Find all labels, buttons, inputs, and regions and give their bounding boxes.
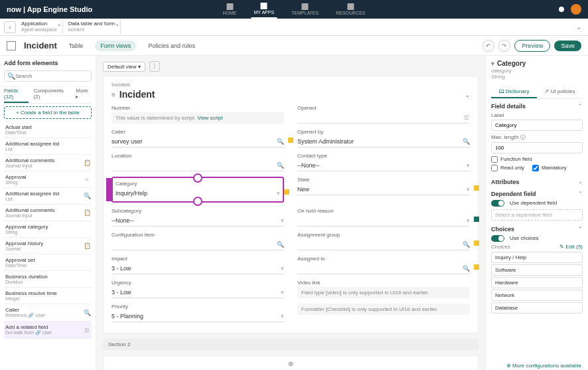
more-config-link[interactable]: ⊕ More configurations available [506, 363, 581, 369]
tab-fields[interactable]: Fields (12) [4, 86, 29, 103]
maxlength-input[interactable] [491, 142, 583, 153]
choice-item[interactable]: Software [491, 264, 583, 276]
field-item[interactable]: Approval categoryString [4, 221, 92, 238]
search-icon: 🔍 [463, 265, 470, 272]
collapse-icon[interactable]: ⌃ [578, 191, 583, 197]
field-item[interactable]: Business resolve timeInteger [4, 288, 92, 304]
field-item[interactable]: Additional commentsJournal Input📋 [4, 155, 92, 171]
tab-table[interactable]: Table [64, 41, 89, 51]
field-onhold[interactable]: ▾ [297, 215, 470, 227]
tab-ui-policies[interactable]: ↗ UI policies [537, 86, 583, 98]
add-related-field[interactable]: Add a related field Dot walk from 🔗 User… [4, 322, 92, 339]
field-ag[interactable]: 🔍 [297, 239, 470, 250]
type-icon: ≡ [84, 176, 90, 183]
preview-button[interactable]: Preview [514, 40, 550, 52]
choice-item[interactable]: Inquiry / Help [491, 252, 583, 263]
field-opened[interactable]: 🗓 [297, 112, 470, 124]
nav-home[interactable]: HOME [220, 0, 239, 19]
home-icon [226, 3, 233, 10]
search-input[interactable] [15, 73, 88, 79]
subtabs: Table Form views Policies and rules [64, 41, 200, 51]
search-icon: 🔍 [277, 241, 284, 248]
field-item[interactable]: ApprovalString≡ [4, 171, 92, 188]
field-item[interactable]: Actual startDate/Time [4, 122, 92, 138]
tab-more[interactable]: More ▸ [76, 86, 92, 103]
field-assignedto[interactable]: 🔍 [297, 263, 470, 274]
view-script-link[interactable]: View script [197, 115, 223, 121]
back-button[interactable]: ‹ [4, 21, 16, 33]
notification-icon[interactable] [559, 7, 564, 12]
collapse-icon[interactable]: ⌃ [578, 226, 583, 232]
chevron-down-icon: ▾ [467, 162, 470, 169]
video-note: Field type [video] is only supported in … [297, 287, 470, 298]
field-urgency[interactable]: 3 - Low▾ [111, 287, 284, 298]
crumb-app[interactable]: Application Agent workspace × [16, 20, 63, 33]
close-icon[interactable]: × [58, 23, 61, 29]
save-button[interactable]: Save [554, 41, 581, 51]
field-priority[interactable]: 5 - Planning▾ [111, 311, 284, 322]
field-openedby[interactable]: System Administrator🔍 [297, 136, 470, 147]
field-item[interactable]: Additional assignee listList [4, 138, 92, 155]
tab-dictionary[interactable]: 🕮 Dictionary [491, 86, 537, 98]
field-contact[interactable]: --None--▾ [297, 160, 470, 171]
calendar-icon[interactable]: 🗓 [464, 114, 470, 121]
undo-button[interactable]: ↶ [482, 40, 494, 52]
type-icon: 🔍 [84, 310, 90, 316]
readonly-check[interactable]: Read only [491, 165, 524, 171]
search-icon: 🔍 [277, 138, 284, 145]
apps-icon [261, 3, 267, 9]
mandatory-check[interactable]: Mandatory [532, 165, 567, 171]
nav-templates[interactable]: TEMPLATES [289, 0, 321, 19]
function-field-check[interactable]: Function field [491, 156, 583, 163]
field-item[interactable]: Additional commentsJournal Input📋 [4, 205, 92, 221]
choice-item[interactable]: Hardware [491, 277, 583, 288]
prop-title: Category [497, 60, 526, 67]
choices-toggle[interactable] [491, 235, 504, 242]
search-box[interactable]: 🔍 [4, 70, 92, 82]
nav-resources[interactable]: RESOURCES [333, 0, 368, 19]
number-note: This value is determined by script. View… [111, 112, 284, 124]
field-subcategory[interactable]: --None--▾ [111, 215, 284, 227]
label-input[interactable] [491, 120, 583, 131]
view-menu-button[interactable]: ⋮ [149, 61, 160, 72]
field-category-selected[interactable]: Category Inquiry/Help▾ [111, 177, 284, 203]
field-state[interactable]: New▾ [297, 184, 470, 195]
tab-policies[interactable]: Policies and rules [143, 41, 200, 51]
chevron-down-icon: ▾ [281, 265, 284, 272]
type-icon [84, 226, 90, 232]
create-field-button[interactable]: + Create a field in the table [4, 106, 92, 119]
chevron-down-icon[interactable]: ⌄ [573, 22, 584, 33]
field-location[interactable]: 🔍 [111, 160, 284, 171]
field-item[interactable]: Approval historyJournal📋 [4, 238, 92, 254]
view-selector[interactable]: Default view ▾ [103, 62, 145, 72]
tab-form-views[interactable]: Form views [95, 41, 136, 51]
field-item[interactable]: Approval setDate/Time [4, 254, 92, 271]
dependent-select[interactable]: Select a dependent field [491, 209, 583, 221]
add-section-button[interactable]: ⊕ [103, 355, 478, 370]
choice-item[interactable]: Database [491, 302, 583, 314]
collapse-icon[interactable]: ⌃ [578, 103, 583, 109]
topbar-right [559, 4, 581, 15]
section-2[interactable]: Section 2 [103, 339, 478, 350]
avatar[interactable] [571, 4, 581, 15]
chevron-down-icon[interactable]: ▾ [491, 60, 494, 67]
chevron-down-icon[interactable]: ⌄ [465, 91, 470, 98]
field-ci[interactable]: 🔍 [111, 239, 284, 250]
edit-choices-link[interactable]: ✎ Edit (5) [559, 244, 583, 250]
nav-myapps[interactable]: MY APPS [251, 0, 277, 19]
dependent-toggle[interactable] [491, 200, 504, 207]
drag-handle[interactable] [106, 178, 113, 201]
tab-components[interactable]: Components (2) [34, 86, 71, 103]
field-item[interactable]: Additional assignee listList🔍 [4, 188, 92, 205]
right-panel: ▾Category category String 🕮 Dictionary ↗… [485, 56, 588, 370]
chevron-down-icon[interactable]: ⌄ [578, 179, 583, 185]
field-item[interactable]: Business durationDuration [4, 271, 92, 288]
field-caller[interactable]: survey user🔍 [111, 136, 284, 147]
crumb-table[interactable]: Data table and form incident × [63, 20, 121, 33]
hamburger-icon[interactable]: ≡ [111, 91, 115, 98]
field-impact[interactable]: 3 - Low▾ [111, 263, 284, 274]
field-item[interactable]: CallerReference 🔗 User🔍 [4, 304, 92, 322]
close-icon[interactable]: × [115, 23, 119, 29]
redo-button[interactable]: ↷ [498, 40, 510, 52]
choice-item[interactable]: Network [491, 290, 583, 301]
